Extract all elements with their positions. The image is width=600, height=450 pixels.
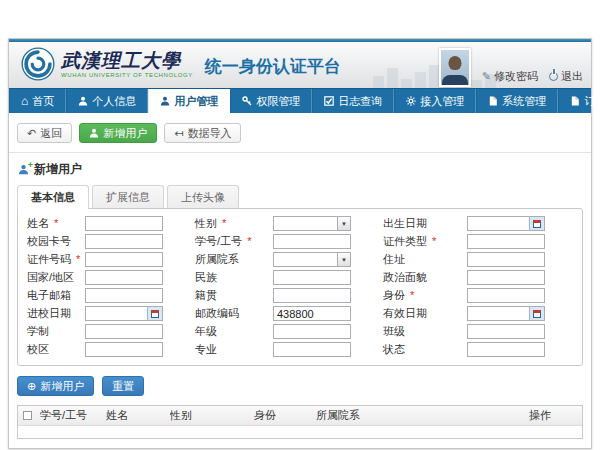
field-input-email[interactable] bbox=[86, 289, 162, 302]
log-icon bbox=[324, 96, 334, 106]
logout-button[interactable]: 退出 bbox=[549, 69, 583, 84]
field-input-entry-date[interactable] bbox=[86, 307, 147, 320]
nav-item-perm-mgmt[interactable]: 权限管理 bbox=[230, 89, 312, 113]
add-user-toolbar-label: 新增用户 bbox=[103, 126, 147, 141]
field-box-major bbox=[273, 342, 351, 357]
required-asterisk: * bbox=[54, 217, 58, 229]
field-label-entry-date: 进校日期 bbox=[27, 306, 81, 321]
add-user-toolbar-button[interactable]: 新增用户 bbox=[79, 123, 157, 143]
field-input-department[interactable] bbox=[274, 253, 337, 266]
tab-ext-info[interactable]: 扩展信息 bbox=[92, 185, 164, 208]
power-icon bbox=[549, 72, 558, 81]
field-input-id-type[interactable] bbox=[468, 235, 544, 248]
field-input-birth-date[interactable] bbox=[468, 217, 529, 230]
table-header-cell: 学号/工号 bbox=[40, 408, 106, 423]
field-input-valid-date[interactable] bbox=[468, 307, 529, 320]
field-label-name: 姓名 * bbox=[27, 216, 81, 231]
field-label-campus-card: 校园卡号 bbox=[27, 234, 81, 249]
field-box-school-system bbox=[85, 324, 163, 339]
tab-upload-avatar[interactable]: 上传头像 bbox=[167, 185, 239, 208]
calendar-icon[interactable] bbox=[529, 217, 544, 230]
field-box-address bbox=[467, 252, 545, 267]
tab-basic-info[interactable]: 基本信息 bbox=[17, 185, 89, 209]
field-input-campus-card[interactable] bbox=[86, 235, 162, 248]
field-box-campus bbox=[85, 342, 163, 357]
toolbar: ↶ 返回 新增用户 ↤ 数据导入 bbox=[17, 123, 583, 143]
field-label-campus: 校区 bbox=[27, 342, 81, 357]
file-icon bbox=[488, 96, 498, 106]
field-input-class[interactable] bbox=[468, 325, 544, 338]
change-password-button[interactable]: ✎ 修改密码 bbox=[482, 69, 538, 84]
content-area: ↶ 返回 新增用户 ↤ 数据导入 + bbox=[9, 113, 591, 448]
field-input-student-id[interactable] bbox=[274, 235, 350, 248]
field-input-campus[interactable] bbox=[86, 343, 162, 356]
field-label-school-system: 学制 bbox=[27, 324, 81, 339]
field-input-major[interactable] bbox=[274, 343, 350, 356]
field-input-political[interactable] bbox=[468, 271, 544, 284]
required-asterisk: * bbox=[222, 217, 226, 229]
field-input-postal-code[interactable] bbox=[274, 307, 350, 320]
table-header-cell: 身份 bbox=[254, 408, 316, 423]
field-input-address[interactable] bbox=[468, 253, 544, 266]
nav-item-label: 个人信息 bbox=[92, 94, 136, 109]
nav-item-log-query[interactable]: 日志查询 bbox=[312, 89, 394, 113]
field-input-native-place[interactable] bbox=[274, 289, 350, 302]
back-button-label: 返回 bbox=[40, 126, 62, 141]
person-icon bbox=[160, 96, 170, 106]
field-label-postal-code: 邮政编码 bbox=[195, 306, 269, 321]
field-input-status[interactable] bbox=[468, 343, 544, 356]
gear-icon bbox=[406, 96, 416, 106]
import-arrow-icon: ↤ bbox=[174, 128, 183, 139]
field-input-ethnicity[interactable] bbox=[274, 271, 350, 284]
university-name-cn: 武漢理工大學 bbox=[61, 51, 193, 70]
field-box-identity bbox=[467, 288, 545, 303]
select-all-checkbox[interactable] bbox=[23, 411, 32, 420]
nav-item-access-mgmt[interactable]: 接入管理 bbox=[394, 89, 476, 113]
field-box-birth-date bbox=[467, 216, 545, 231]
calendar-icon[interactable] bbox=[529, 307, 544, 320]
home-icon: ⌂ bbox=[21, 95, 28, 107]
field-input-name[interactable] bbox=[86, 217, 162, 230]
back-button[interactable]: ↶ 返回 bbox=[17, 123, 72, 143]
field-label-identity: 身份 * bbox=[383, 288, 463, 303]
form-grid: 姓名 *性别 *▼出生日期校园卡号学号/工号 *证件类型 *证件号码 *所属院系… bbox=[27, 216, 573, 357]
logout-label: 退出 bbox=[561, 69, 583, 84]
field-input-id-number[interactable] bbox=[86, 253, 162, 266]
field-box-ethnicity bbox=[273, 270, 351, 285]
nav-item-home[interactable]: ⌂首页 bbox=[9, 89, 66, 113]
nav-item-user-mgmt[interactable]: 用户管理 bbox=[148, 89, 230, 113]
form-tabs: 基本信息扩展信息上传头像 bbox=[17, 185, 583, 208]
field-input-gender[interactable] bbox=[274, 217, 337, 230]
chevron-down-icon[interactable]: ▼ bbox=[337, 253, 350, 266]
chevron-down-icon[interactable]: ▼ bbox=[337, 217, 350, 230]
table-header-cell: 姓名 bbox=[106, 408, 170, 423]
field-input-school-system[interactable] bbox=[86, 325, 162, 338]
field-label-class: 班级 bbox=[383, 324, 463, 339]
field-input-identity[interactable] bbox=[468, 289, 544, 302]
field-label-political: 政治面貌 bbox=[383, 270, 463, 285]
nav-item-profile[interactable]: 个人信息 bbox=[66, 89, 148, 113]
basic-info-form-panel: 姓名 *性别 *▼出生日期校园卡号学号/工号 *证件类型 *证件号码 *所属院系… bbox=[17, 208, 583, 366]
calendar-icon[interactable] bbox=[147, 307, 162, 320]
table-body-empty bbox=[18, 426, 582, 438]
change-password-label: 修改密码 bbox=[494, 69, 538, 84]
data-import-button[interactable]: ↤ 数据导入 bbox=[164, 123, 241, 143]
add-user-submit-button[interactable]: ⊕ 新增用户 bbox=[17, 376, 94, 396]
reset-button[interactable]: 重置 bbox=[102, 376, 144, 396]
field-label-country: 国家/地区 bbox=[27, 270, 81, 285]
field-label-student-id: 学号/工号 * bbox=[195, 234, 269, 249]
required-asterisk: * bbox=[410, 289, 414, 301]
user-result-table: 学号/工号姓名性别身份所属院系操作 bbox=[17, 405, 583, 439]
field-label-birth-date: 出生日期 bbox=[383, 216, 463, 231]
nav-item-sub-mgmt[interactable]: 订阅管理 bbox=[558, 89, 600, 113]
circle-plus-icon: ⊕ bbox=[27, 381, 36, 392]
field-label-id-type: 证件类型 * bbox=[383, 234, 463, 249]
table-header-cell: 性别 bbox=[170, 408, 254, 423]
toolbar-divider bbox=[9, 152, 591, 153]
field-input-grade[interactable] bbox=[274, 325, 350, 338]
field-box-id-number bbox=[85, 252, 163, 267]
main-nav: ⌂首页个人信息用户管理权限管理日志查询接入管理系统管理订阅管理 bbox=[9, 88, 591, 113]
field-input-country[interactable] bbox=[86, 271, 162, 284]
field-box-student-id bbox=[273, 234, 351, 249]
nav-item-sys-mgmt[interactable]: 系统管理 bbox=[476, 89, 558, 113]
